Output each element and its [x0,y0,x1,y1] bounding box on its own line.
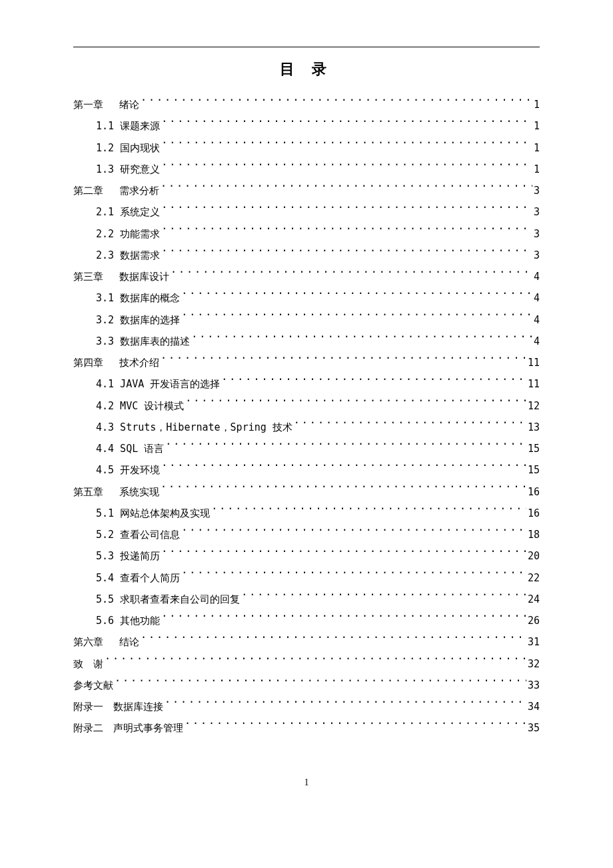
toc-leader-dots [171,270,532,280]
toc-entry-label: 3.3 数据库表的描述 [96,331,190,352]
toc-entry: 第六章 结论31 [73,631,540,653]
toc-entry-page: 12 [528,395,540,417]
toc-leader-dots [141,635,526,645]
toc-entry-page: 33 [528,675,540,696]
toc-entry-label: 第六章 结论 [73,631,139,653]
toc-entry: 参考文献 33 [73,675,540,696]
toc-entry-label: 5.5 求职者查看来自公司的回复 [96,589,240,610]
toc-entry-page: 34 [528,696,540,717]
toc-entry-page: 4 [534,287,540,309]
toc-entry-page: 20 [528,545,540,567]
toc-entry-label: 参考文献 [73,675,113,696]
toc-leader-dots [165,700,526,710]
toc-entry: 4.4 SQL 语言 15 [73,438,540,459]
toc-leader-dots [161,141,532,151]
toc-entry-page: 15 [528,438,540,459]
toc-entry-label: 5.2 查看公司信息 [96,524,180,545]
toc-leader-dots [181,528,526,538]
toc-entry-label: 附录一 数据库连接 [73,696,163,717]
toc-entry-page: 15 [528,459,540,481]
toc-entry: 附录一 数据库连接 34 [73,696,540,717]
toc-entry-page: 22 [528,567,540,589]
toc-entry-label: 第三章 数据库设计 [73,266,169,287]
toc-entry-page: 1 [534,115,540,137]
document-page: 目 录 第一章 绪论11.1 课题来源11.2 国内现状11.3 研究意义1第二… [0,0,613,739]
toc-leader-dots [161,356,526,366]
toc-leader-dots [161,249,532,259]
toc-entry-page: 11 [528,373,540,395]
toc-leader-dots [185,399,526,409]
toc-leader-dots [211,507,526,517]
toc-leader-dots [221,377,526,387]
toc-leader-dots [161,163,532,173]
toc-entry-page: 3 [534,245,540,266]
toc-leader-dots [185,721,526,731]
toc-entry-page: 35 [528,717,540,739]
toc-leader-dots [161,227,532,237]
toc-leader-dots [141,98,532,108]
toc-entry-label: 第五章 系统实现 [73,481,159,503]
toc-entry-page: 26 [528,610,540,631]
toc-entry-label: 5.3 投递简历 [96,545,160,567]
toc-leader-dots [161,184,532,194]
toc-leader-dots [161,485,526,495]
toc-entry-page: 32 [528,653,540,675]
toc-list: 第一章 绪论11.1 课题来源11.2 国内现状11.3 研究意义1第二章 需求… [73,94,540,739]
toc-entry: 1.2 国内现状1 [73,137,540,159]
toc-leader-dots [241,593,526,603]
toc-entry: 5.3 投递简历20 [73,545,540,567]
toc-leader-dots [115,679,526,689]
toc-entry-label: 5.1 网站总体架构及实现 [96,503,210,524]
toc-entry: 3.1 数据库的概念4 [73,287,540,309]
toc-entry-label: 第一章 绪论 [73,94,139,115]
toc-entry-page: 1 [534,159,540,180]
toc-entry: 第五章 系统实现16 [73,481,540,503]
toc-entry-label: 附录二 声明式事务管理 [73,717,183,739]
toc-entry: 第一章 绪论1 [73,94,540,115]
toc-entry: 1.3 研究意义1 [73,159,540,180]
toc-entry-label: 3.2 数据库的选择 [96,309,180,331]
toc-entry-page: 4 [534,331,540,352]
toc-entry-label: 1.3 研究意义 [96,159,160,180]
toc-entry: 3.2 数据库的选择4 [73,309,540,331]
toc-title: 目 录 [73,59,540,79]
toc-entry: 5.1 网站总体架构及实现 16 [73,503,540,524]
toc-entry-page: 4 [534,266,540,287]
toc-entry-label: 4.3 Struts，Hibernate，Spring 技术 [96,417,293,438]
toc-entry-label: 4.1 JAVA 开发语言的选择 [96,373,220,395]
toc-leader-dots [105,657,526,667]
toc-entry: 5.4 查看个人简历22 [73,567,540,589]
toc-leader-dots [191,335,532,345]
toc-entry: 5.5 求职者查看来自公司的回复24 [73,589,540,610]
toc-entry-page: 16 [528,481,540,503]
toc-entry: 2.3 数据需求3 [73,245,540,266]
toc-entry-page: 13 [528,417,540,438]
page-number: 1 [0,777,613,788]
toc-entry-page: 31 [528,631,540,653]
toc-leader-dots [181,291,532,301]
toc-entry-page: 24 [528,589,540,610]
toc-entry: 4.3 Struts，Hibernate，Spring 技术 13 [73,417,540,438]
toc-entry: 附录二 声明式事务管理 35 [73,717,540,739]
toc-entry-label: 1.1 课题来源 [96,115,160,137]
toc-entry: 5.2 查看公司信息18 [73,524,540,545]
toc-entry-page: 3 [534,201,540,223]
toc-entry-label: 2.3 数据需求 [96,245,160,266]
toc-entry: 3.3 数据库表的描述4 [73,331,540,352]
toc-entry-page: 1 [534,94,540,115]
toc-entry-label: 4.4 SQL 语言 [96,438,164,459]
toc-entry-label: 3.1 数据库的概念 [96,287,180,309]
toc-leader-dots [181,313,532,323]
toc-entry-page: 11 [528,352,540,373]
toc-entry: 第四章 技术介绍11 [73,352,540,373]
toc-leader-dots [181,571,526,581]
toc-entry-page: 1 [534,137,540,159]
toc-entry-label: 1.2 国内现状 [96,137,160,159]
toc-entry-label: 4.2 MVC 设计模式 [96,395,184,417]
toc-entry: 2.2 功能需求3 [73,223,540,245]
toc-entry-label: 4.5 开发环境 [96,459,160,481]
toc-entry-page: 3 [534,223,540,245]
toc-entry: 4.5 开发环境15 [73,459,540,481]
toc-entry: 4.2 MVC 设计模式 12 [73,395,540,417]
toc-entry: 第三章 数据库设计4 [73,266,540,287]
